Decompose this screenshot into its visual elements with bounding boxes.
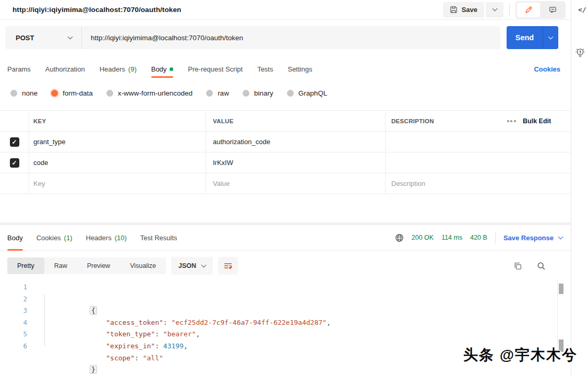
radio-icon [51, 90, 58, 97]
search-button[interactable] [537, 262, 546, 271]
key-column-header: KEY [29, 111, 206, 131]
key-cell[interactable]: code [29, 152, 206, 173]
table-body: ✓ grant_type authorization_code ✓ code I… [0, 132, 571, 173]
request-tab-list: Params Authorization Headers (9) Body [7, 56, 312, 81]
line-text: "access_token": "ecf25dd2-7c9f-46a7-94ff… [41, 293, 331, 306]
view-pretty[interactable]: Pretty [7, 257, 44, 274]
send-group: Send [507, 26, 558, 49]
view-visualize[interactable]: Visualize [120, 257, 166, 274]
tab-test-results[interactable]: Test Results [140, 225, 177, 251]
chevron-down-icon [548, 34, 554, 39]
line-text: "scope": "all" [41, 328, 163, 340]
copy-button[interactable] [513, 262, 522, 271]
code-token: "scope" [106, 354, 135, 362]
send-button[interactable]: Send [507, 26, 543, 49]
edit-documentation-button[interactable] [517, 3, 540, 17]
code-line: 1 { [0, 281, 571, 293]
method-select[interactable]: POST [5, 26, 82, 49]
format-select[interactable]: JSON [171, 257, 213, 275]
code-token: "bearer" [163, 330, 196, 338]
three-dots-icon [507, 120, 516, 122]
mode-form-data[interactable]: form-data [51, 89, 93, 97]
description-input-placeholder[interactable]: Description [386, 173, 571, 194]
table-row: ✓ code IrKxIW [0, 152, 571, 173]
divider [495, 232, 496, 243]
mode-raw[interactable]: raw [206, 89, 229, 97]
key-input-placeholder[interactable]: Key [29, 173, 206, 194]
tab-headers[interactable]: Headers (9) [100, 56, 137, 81]
tab-label: Headers [86, 234, 112, 242]
tab-authorization[interactable]: Authorization [45, 56, 85, 81]
response-tool-icons [513, 262, 558, 271]
postman-window: http://iqiyi:iqiyimima@localhost:7070/oa… [0, 0, 588, 376]
tab-count: (1) [64, 234, 73, 242]
save-button[interactable]: Save [443, 2, 484, 18]
tab-response-body[interactable]: Body [7, 225, 23, 251]
right-sidebar: </ [572, 0, 588, 376]
tab-tests[interactable]: Tests [257, 56, 273, 81]
code-line: 2 "access_token": "ecf25dd2-7c9f-46a7-94… [0, 293, 571, 306]
mode-binary[interactable]: binary [243, 89, 273, 97]
mode-x-www-form-urlencoded[interactable]: x-www-form-urlencoded [106, 89, 193, 97]
save-response-button[interactable]: Save Response [503, 234, 562, 242]
code-token: "expires_in" [106, 342, 155, 350]
wrap-text-button[interactable] [218, 257, 238, 275]
cookies-link[interactable]: Cookies [534, 65, 560, 73]
value-column-header: VALUE [206, 111, 386, 131]
response-tab-list: Body Cookies (1) Headers (10) Test Resul… [7, 225, 177, 250]
code-line: 5 "scope": "all" [0, 328, 571, 340]
row-checkbox[interactable]: ✓ [10, 158, 19, 168]
view-preview[interactable]: Preview [77, 257, 120, 274]
response-body-viewer: 1 { 2 "access_token": "ecf25dd2-7c9f-46a… [0, 281, 571, 352]
tab-params[interactable]: Params [7, 56, 31, 81]
value-input-placeholder[interactable]: Value [206, 173, 386, 194]
new-row: Key Value Description [0, 173, 571, 194]
value-cell[interactable]: authorization_code [206, 132, 386, 152]
url-input[interactable]: http://iqiyi:iqiyimima@localhost:7070/oa… [82, 26, 500, 49]
code-lines: 1 { 2 "access_token": "ecf25dd2-7c9f-46a… [0, 281, 571, 352]
mode-graphql[interactable]: GraphQL [287, 89, 328, 97]
tab-label: Body [151, 65, 167, 73]
value-cell[interactable]: IrKxIW [206, 152, 386, 173]
method-url-field: POST http://iqiyi:iqiyimima@localhost:70… [5, 26, 500, 49]
tab-label: Settings [287, 65, 312, 73]
comments-button[interactable] [541, 3, 564, 17]
radio-icon [243, 90, 249, 97]
description-cell[interactable] [386, 132, 571, 152]
globe-icon[interactable] [395, 233, 404, 242]
format-value: JSON [178, 262, 196, 269]
mode-label: binary [254, 89, 273, 97]
line-text: } [41, 340, 98, 352]
tab-body[interactable]: Body [151, 56, 174, 81]
row-checkbox[interactable]: ✓ [10, 137, 19, 147]
tab-label: Headers [100, 65, 125, 73]
request-bar: POST http://iqiyi:iqiyimima@localhost:70… [0, 20, 571, 56]
send-options-button[interactable] [543, 26, 558, 49]
more-actions-button[interactable] [500, 111, 523, 131]
line-text: { [41, 281, 98, 293]
bulk-edit-button[interactable]: Bulk Edit [523, 118, 571, 125]
code-token[interactable]: } [90, 365, 97, 374]
checkbox-cell: ✓ [0, 132, 29, 152]
header-checkbox-cell [0, 111, 29, 131]
mode-none[interactable]: none [10, 89, 38, 97]
key-cell[interactable]: grant_type [29, 132, 206, 152]
watermark: 头条 @宇木木兮 [463, 345, 578, 365]
lightbulb-icon[interactable] [575, 47, 585, 61]
line-text: "expires_in": 43199, [41, 317, 188, 329]
scrollbar-thumb[interactable] [559, 284, 563, 294]
line-number: 2 [0, 293, 27, 306]
code-snippet-icon[interactable]: </ [578, 6, 586, 14]
fold-guide-line [44, 294, 45, 346]
description-cell[interactable] [386, 152, 571, 173]
save-options-button[interactable] [486, 2, 503, 18]
request-tabs: Params Authorization Headers (9) Body [0, 56, 571, 81]
view-raw[interactable]: Raw [44, 257, 77, 274]
tab-label: Tests [257, 65, 273, 73]
tab-settings[interactable]: Settings [287, 56, 312, 81]
tab-response-headers[interactable]: Headers (10) [86, 225, 127, 251]
divider [509, 4, 510, 16]
tab-pre-request-script[interactable]: Pre-request Script [188, 56, 243, 81]
tab-response-cookies[interactable]: Cookies (1) [37, 225, 73, 251]
time-badge: 114 ms [441, 234, 462, 241]
